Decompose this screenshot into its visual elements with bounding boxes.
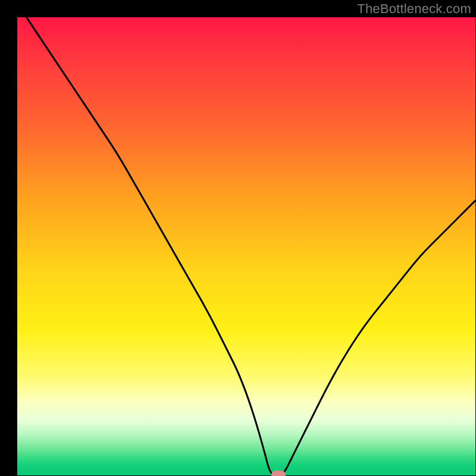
plot-area: [17, 17, 475, 475]
bottleneck-curve: [17, 17, 475, 475]
optimal-point-marker: [271, 471, 286, 476]
chart-container: TheBottleneck.com: [0, 0, 476, 476]
watermark-text: TheBottleneck.com: [357, 1, 471, 17]
